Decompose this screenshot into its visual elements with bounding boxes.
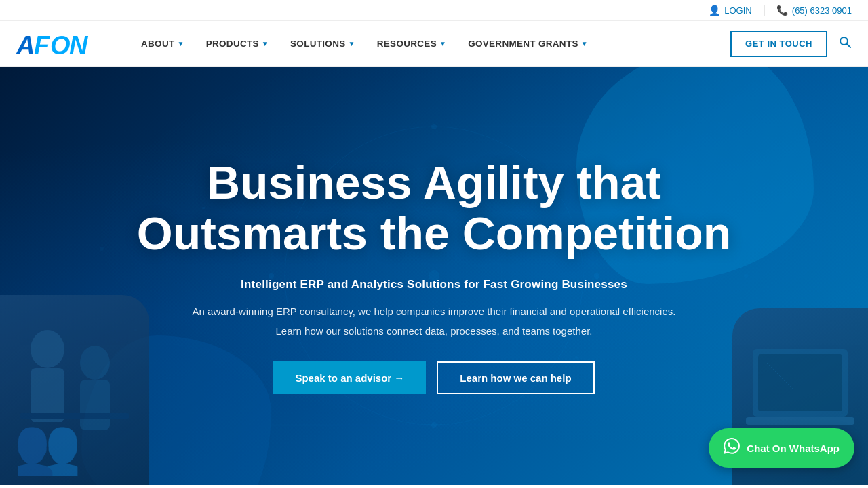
hero-title-line1: Business Agility that — [207, 157, 661, 208]
hero-title-line2: Outsmarts the Competition — [137, 207, 732, 259]
navbar: A F O N ABOUT ▼ PRODUCTS ▼ SOLUTIONS ▼ R… — [0, 21, 868, 67]
nav-about-label: ABOUT — [141, 39, 175, 49]
nav-products-label: PRODUCTS — [206, 39, 259, 49]
login-link[interactable]: LOGIN — [709, 5, 751, 16]
chevron-down-icon: ▼ — [178, 40, 184, 47]
svg-text:N: N — [69, 31, 89, 58]
logo[interactable]: A F O N — [16, 30, 104, 58]
speak-to-advisor-button[interactable]: Speak to an advisor → — [273, 361, 426, 394]
nav-actions: GET IN TOUCH — [730, 30, 852, 57]
divider: | — [763, 4, 766, 16]
nav-solutions-label: SOLUTIONS — [290, 39, 345, 49]
svg-line-5 — [847, 44, 851, 48]
nav-item-resources[interactable]: RESOURCES ▼ — [368, 33, 456, 54]
svg-point-29 — [100, 247, 104, 251]
svg-rect-34 — [20, 413, 129, 419]
hero-section: Business Agility that Outsmarts the Comp… — [0, 67, 868, 485]
svg-point-30 — [31, 330, 64, 368]
svg-point-32 — [80, 346, 110, 380]
svg-rect-33 — [80, 380, 110, 430]
svg-rect-38 — [746, 417, 854, 425]
svg-rect-31 — [31, 368, 64, 422]
hero-subtitle: Intelligent ERP and Analytics Solutions … — [137, 278, 732, 291]
svg-point-16 — [431, 422, 437, 428]
get-in-touch-button[interactable]: GET IN TOUCH — [730, 30, 827, 57]
svg-text:A: A — [16, 31, 35, 58]
whatsapp-chat-button[interactable]: Chat On WhatsApp — [709, 428, 854, 468]
learn-how-button[interactable]: Learn how we can help — [437, 361, 594, 394]
nav-item-about[interactable]: ABOUT ▼ — [132, 33, 194, 54]
user-icon — [709, 5, 720, 16]
phone-number: (65) 6323 0901 — [792, 5, 852, 16]
svg-point-28 — [744, 274, 748, 278]
svg-rect-36 — [758, 354, 842, 411]
top-bar: LOGIN | (65) 6323 0901 — [0, 0, 868, 21]
chevron-down-icon: ▼ — [349, 40, 355, 47]
hero-content: Business Agility that Outsmarts the Comp… — [137, 157, 732, 394]
svg-text:F: F — [34, 31, 51, 58]
chevron-down-icon: ▼ — [581, 40, 588, 47]
nav-item-grants[interactable]: GOVERNMENT GRANTS ▼ — [458, 33, 597, 54]
nav-resources-label: RESOURCES — [377, 39, 437, 49]
nav-grants-label: GOVERNMENT GRANTS — [468, 39, 578, 49]
login-label: LOGIN — [724, 5, 751, 16]
hero-desc1: An award-winning ERP consultancy, we hel… — [137, 304, 732, 320]
nav-links: ABOUT ▼ PRODUCTS ▼ SOLUTIONS ▼ RESOURCES… — [132, 33, 730, 54]
chevron-down-icon: ▼ — [439, 40, 446, 47]
phone-link[interactable]: (65) 6323 0901 — [776, 5, 852, 16]
svg-text:O: O — [50, 31, 71, 58]
hero-buttons: Speak to an advisor → Learn how we can h… — [137, 361, 732, 394]
hero-title: Business Agility that Outsmarts the Comp… — [137, 157, 732, 259]
svg-point-15 — [431, 124, 437, 129]
hero-left-image — [0, 295, 149, 485]
whatsapp-label: Chat On WhatsApp — [747, 443, 840, 454]
chevron-down-icon: ▼ — [262, 40, 269, 47]
search-button[interactable] — [838, 35, 852, 52]
nav-item-solutions[interactable]: SOLUTIONS ▼ — [281, 33, 365, 54]
nav-item-products[interactable]: PRODUCTS ▼ — [197, 33, 278, 54]
phone-icon — [776, 5, 788, 16]
whatsapp-icon — [724, 438, 740, 458]
hero-desc2: Learn how our solutions connect data, pr… — [137, 325, 732, 337]
